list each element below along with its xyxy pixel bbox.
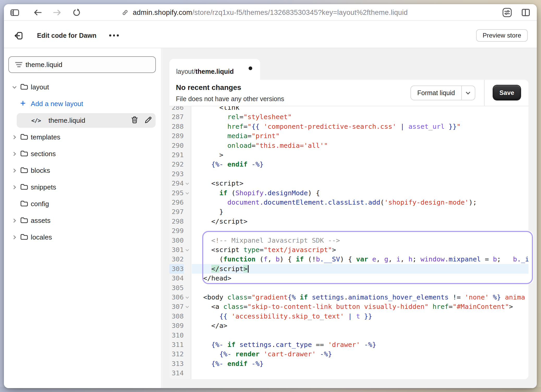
- preview-store-button[interactable]: Preview store: [476, 29, 528, 42]
- browser-toolbar: admin.shopify.com/store/rzq1xu-f5/themes…: [4, 4, 537, 21]
- line-number: 293: [169, 169, 184, 179]
- sidebar-folder-templates[interactable]: templates: [4, 129, 161, 145]
- line-number: 296: [169, 198, 184, 207]
- format-liquid-label: Format liquid: [411, 86, 461, 100]
- chevron-right-icon[interactable]: [12, 218, 17, 223]
- folder-icon: [20, 200, 28, 208]
- code-line[interactable]: {%- if settings.predictive_search_enable…: [192, 378, 528, 379]
- code-line[interactable]: <script>: [192, 179, 528, 188]
- code-line[interactable]: {%- render 'cart-drawer' -%}: [192, 349, 528, 359]
- tab-label: layout/theme.liquid: [176, 68, 234, 75]
- code-line[interactable]: if (Shopify.designMode) {: [192, 188, 528, 198]
- folder-label: snippets: [31, 183, 56, 191]
- code-line[interactable]: [192, 330, 528, 340]
- address-bar[interactable]: admin.shopify.com/store/rzq1xu-f5/themes…: [4, 4, 537, 21]
- plus-icon: [20, 101, 26, 107]
- chevron-right-icon[interactable]: [12, 134, 17, 140]
- add-new-layout-link[interactable]: Add a new layout: [4, 95, 161, 112]
- line-number: 305: [169, 283, 184, 293]
- line-number: 310: [169, 330, 184, 340]
- sidebar-folder-blocks[interactable]: blocks: [4, 162, 161, 179]
- more-menu-icon[interactable]: [109, 21, 119, 50]
- line-number: 302: [169, 254, 184, 264]
- code-line[interactable]: {%- endif -%}: [192, 359, 528, 369]
- sidebar-folder-snippets[interactable]: snippets: [4, 179, 161, 195]
- exit-icon[interactable]: [13, 31, 23, 40]
- fold-chevron-icon[interactable]: [186, 295, 189, 299]
- line-number: 295: [169, 188, 184, 198]
- code-line[interactable]: </a>: [192, 321, 528, 330]
- fold-chevron-icon[interactable]: [186, 305, 189, 308]
- line-number: 291: [169, 150, 184, 160]
- fold-chevron-icon[interactable]: [186, 248, 189, 251]
- sidebar-folder-assets[interactable]: assets: [4, 212, 161, 229]
- chevron-right-icon[interactable]: [12, 151, 17, 156]
- sidebar-folder-sections[interactable]: sections: [4, 145, 161, 162]
- code-line[interactable]: </script>: [192, 264, 528, 274]
- code-line[interactable]: href="{{ 'component-predictive-search.cs…: [192, 122, 528, 131]
- fold-chevron-icon[interactable]: [186, 191, 189, 194]
- chevron-right-icon[interactable]: [12, 168, 17, 173]
- code-area[interactable]: 2862872882892902912922932942952962972982…: [169, 106, 528, 379]
- code-line[interactable]: <a class="skip-to-content-link button vi…: [192, 302, 528, 311]
- add-link-label: Add a new layout: [31, 100, 83, 108]
- file-search-input[interactable]: theme.liquid: [8, 56, 156, 73]
- fold-chevron-icon[interactable]: [186, 181, 189, 185]
- unsaved-dot: [249, 66, 252, 70]
- code-line[interactable]: <link: [192, 106, 528, 112]
- chevron-right-icon[interactable]: [12, 235, 17, 240]
- status-title: No recent changes: [176, 83, 241, 92]
- file-sidebar: theme.liquid layoutAdd a new layout</>th…: [4, 48, 162, 388]
- format-liquid-caret[interactable]: [461, 86, 474, 100]
- line-number: 304: [169, 273, 184, 283]
- code-line[interactable]: [192, 368, 528, 378]
- code-line[interactable]: [192, 226, 528, 236]
- link-icon: [122, 9, 128, 16]
- sidebar-folder-config[interactable]: config: [4, 195, 161, 212]
- code-line[interactable]: [192, 283, 528, 293]
- line-number: 287: [169, 112, 184, 122]
- split-view-icon[interactable]: [521, 4, 530, 21]
- sidebar-file-theme-liquid[interactable]: </>theme.liquid: [4, 112, 161, 129]
- code-line[interactable]: </script>: [192, 217, 528, 226]
- chevron-right-icon[interactable]: [12, 185, 17, 190]
- code-line[interactable]: document.documentElement.classList.add('…: [192, 198, 528, 207]
- code-line[interactable]: </head>: [192, 273, 528, 283]
- code-line[interactable]: }: [192, 207, 528, 217]
- code-line[interactable]: {%- if settings.cart_type == 'drawer' -%…: [192, 340, 528, 350]
- code-line[interactable]: [192, 169, 528, 179]
- line-number: 307: [169, 302, 184, 311]
- sidebar-folder-locales[interactable]: locales: [4, 229, 161, 246]
- folder-icon: [20, 133, 28, 141]
- line-number: 306: [169, 292, 184, 302]
- rename-file-icon[interactable]: [144, 116, 152, 125]
- app-header: Edit code for Dawn Preview store: [4, 21, 537, 48]
- editor-toolbar: No recent changes File does not have any…: [169, 80, 528, 106]
- code-line[interactable]: media="print": [192, 131, 528, 141]
- sidebar-folder-layout[interactable]: layout: [4, 79, 161, 95]
- folder-icon: [20, 83, 28, 91]
- delete-file-icon[interactable]: [131, 116, 138, 125]
- line-number: 311: [169, 340, 184, 350]
- save-button[interactable]: Save: [493, 85, 520, 100]
- folder-label: layout: [31, 83, 49, 91]
- text-cursor: [248, 265, 249, 273]
- folder-label: assets: [31, 217, 51, 225]
- code-line[interactable]: onload="this.media='all'": [192, 141, 528, 150]
- code-line[interactable]: (function (f, b) { if (!b.__SV) { var e,…: [192, 254, 528, 264]
- line-number: 312: [169, 349, 184, 359]
- url-text: admin.shopify.com/store/rzq1xu-f5/themes…: [133, 9, 408, 17]
- code-line[interactable]: rel="stylesheet": [192, 112, 528, 122]
- format-liquid-button[interactable]: Format liquid: [410, 85, 475, 100]
- code-line[interactable]: >: [192, 150, 528, 160]
- code-line[interactable]: <body class="gradient{% if settings.anim…: [192, 292, 528, 302]
- folder-icon: [20, 183, 28, 191]
- code-line[interactable]: <script type="text/javascript">: [192, 245, 528, 255]
- code-line[interactable]: <!-- Mixpanel Javascript SDK -->: [192, 236, 528, 245]
- page-settings-icon[interactable]: [502, 4, 512, 21]
- folder-label: blocks: [31, 167, 50, 175]
- line-number: 294: [169, 179, 184, 188]
- chevron-down-icon[interactable]: [12, 84, 17, 90]
- code-line[interactable]: {{ 'accessibility.skip_to_text' | t }}: [192, 311, 528, 321]
- code-line[interactable]: {%- endif -%}: [192, 160, 528, 169]
